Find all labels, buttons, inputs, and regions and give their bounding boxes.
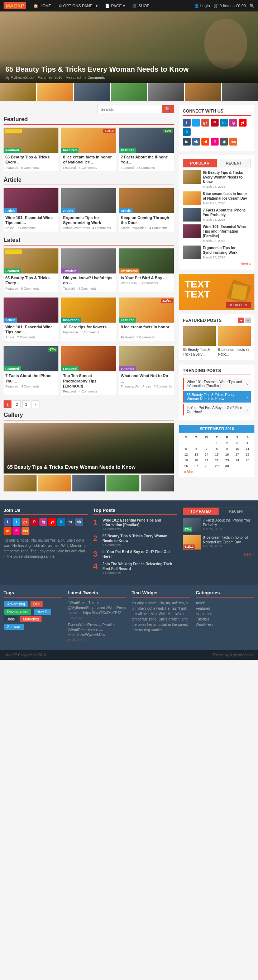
tag-jobs[interactable]: Jobs	[4, 616, 18, 622]
cal-cell[interactable]: 28	[201, 463, 212, 469]
footer-social-li[interactable]: li	[57, 518, 65, 526]
footer-social-tw[interactable]: t	[13, 518, 21, 526]
cal-cell[interactable]: 4	[242, 440, 253, 446]
cal-cell[interactable]: 10	[232, 446, 243, 452]
top-post-item-1[interactable]: 1 Wine 101: Essential Wine Tips and Info…	[93, 518, 177, 531]
fp-item-1[interactable]: 65 Beauty Tips & Tricks Every ...	[183, 326, 216, 356]
strip-thumb-4[interactable]	[111, 83, 148, 101]
article-card-3[interactable]: Article Keep on Coming Through the Door …	[119, 188, 174, 232]
page-btn-3[interactable]: 3	[22, 400, 30, 408]
popular-next[interactable]: Next »	[183, 262, 251, 266]
site-logo[interactable]: MAGXP	[3, 2, 26, 9]
strip-thumb-3[interactable]	[74, 83, 111, 101]
footer-social-pi[interactable]: P	[30, 518, 38, 526]
cal-cell[interactable]: 30	[222, 463, 232, 469]
tag-advertising[interactable]: Advertising	[4, 601, 28, 607]
gallery-thumb-4[interactable]	[107, 475, 139, 492]
cal-cell[interactable]: 22	[212, 457, 222, 463]
cal-cell[interactable]: 20	[191, 457, 202, 463]
social-reddit[interactable]: rd	[201, 138, 209, 146]
tab-recent[interactable]: RECENT	[217, 159, 251, 167]
cal-cell[interactable]: 26	[181, 463, 191, 469]
cal-cell[interactable]: 21	[201, 457, 212, 463]
cat-featured[interactable]: Featured	[196, 606, 255, 611]
latest-card-2-3[interactable]: 8.2/10 Featured 8 ice cream facts in hon…	[119, 298, 174, 341]
page-btn-1[interactable]: 1	[3, 400, 11, 408]
latest-card-3-3[interactable]: Tutorials What and What Not to Do ... Tu…	[119, 346, 174, 395]
search-icon[interactable]: 🔍	[249, 3, 255, 8]
cal-cell[interactable]: 8	[212, 446, 222, 452]
footer-rated-next[interactable]: Next »	[183, 552, 255, 556]
cal-cell[interactable]	[191, 440, 202, 446]
cal-cell[interactable]: 15	[212, 452, 222, 457]
tag-marketing[interactable]: Marketing	[20, 616, 41, 622]
social-vk[interactable]: vk	[192, 138, 200, 146]
cal-cell[interactable]: 6	[191, 446, 202, 452]
tag-dev[interactable]: Dev	[30, 601, 43, 607]
tag-development[interactable]: Development	[4, 609, 31, 615]
strip-thumb-1[interactable]	[0, 83, 37, 101]
fp-item-2[interactable]: 8 ice cream facts in Natio...	[218, 326, 251, 356]
article-card-1[interactable]: Article Wine 101: Essential Wine Tips an…	[3, 188, 58, 232]
social-youtube[interactable]: yt	[239, 119, 247, 127]
cart-icon[interactable]: 🛒 0 Items - £0.00	[213, 3, 246, 8]
cal-cell[interactable]: 11	[242, 446, 253, 452]
cal-cell[interactable]	[201, 440, 212, 446]
nav-home[interactable]: 🏠 HOME	[30, 0, 55, 11]
cal-cell[interactable]: 3	[232, 440, 243, 446]
page-btn-2[interactable]: 2	[13, 400, 21, 408]
featured-card-3[interactable]: 67% Featured 7 Facts About the iPhone Yo…	[119, 127, 174, 171]
footer-social-fl[interactable]: fl	[13, 527, 21, 535]
login-link[interactable]: 👤 Login	[194, 3, 210, 8]
nav-shop[interactable]: 🛒 SHOP	[129, 0, 153, 11]
footer-tab-recent[interactable]: RECENT	[218, 508, 255, 515]
cal-cell[interactable]: 27	[191, 463, 202, 469]
cal-cell[interactable]: 23	[222, 457, 232, 463]
social-instagram[interactable]: ig	[229, 119, 237, 127]
footer-social-tu[interactable]: tu	[66, 518, 74, 526]
social-googleplus[interactable]: g+	[201, 119, 209, 127]
latest-card-3-1[interactable]: 67% Featured 7 Facts About the iPhone Yo…	[3, 346, 58, 395]
social-twitter[interactable]: t	[192, 119, 200, 127]
footer-social-gp[interactable]: g+	[21, 518, 29, 526]
latest-card-1-2[interactable]: Tutorials Did you know? Useful tips on .…	[61, 248, 116, 292]
footer-social-rss[interactable]: rss	[21, 527, 29, 535]
strip-thumb-7[interactable]	[222, 83, 258, 101]
gallery-thumb-2[interactable]	[38, 475, 71, 492]
cal-cell[interactable]: 18	[242, 452, 253, 457]
social-extra1[interactable]: ◉	[220, 138, 228, 146]
social-tumblr[interactable]: tu	[183, 138, 191, 146]
cal-prev[interactable]: « Mar	[184, 470, 193, 474]
cal-cell[interactable]	[181, 440, 191, 446]
nav-options[interactable]: ⚙ OPTIONS PANEL ▾	[55, 0, 101, 11]
footer-social-yt[interactable]: yt	[48, 518, 56, 526]
footer-social-fb[interactable]: f	[3, 518, 11, 526]
cal-cell[interactable]: 7	[201, 446, 212, 452]
tag-software[interactable]: Software	[4, 624, 24, 630]
footer-social-ig[interactable]: ig	[40, 518, 47, 526]
cal-cell[interactable]: 19	[181, 457, 191, 463]
cal-cell[interactable]: 5	[181, 446, 191, 452]
latest-card-2-1[interactable]: Article Wine 101: Essential Wine Tips an…	[3, 298, 58, 341]
top-post-item-3[interactable]: 3 Is Your Pet Bird A Boy or Girl? Find O…	[93, 549, 177, 559]
social-rss[interactable]: rss	[229, 138, 237, 146]
trending-item-1[interactable]: Wine 101: Essential Wine Tips and Inform…	[183, 378, 251, 390]
latest-card-1-3[interactable]: WordPress Is Your Pet Bird A Boy ... Wor…	[119, 248, 174, 292]
cal-cell[interactable]: 9	[222, 446, 232, 452]
gallery-thumb-5[interactable]	[141, 475, 174, 492]
latest-card-3-2[interactable]: Featured Top Ten Sunset Photography Tips…	[61, 346, 116, 395]
strip-thumb-5[interactable]	[148, 83, 185, 101]
cal-cell[interactable]: 1	[212, 440, 222, 446]
featured-card-2[interactable]: 6.2/10 Featured 8 ice cream facts in hon…	[61, 127, 116, 171]
cal-cell[interactable]: 16	[222, 452, 232, 457]
ad-click-button[interactable]: CLICK HERE	[226, 302, 251, 308]
latest-card-1-1[interactable]: ★★★★★ Featured 65 Beauty Tips & Tricks E…	[3, 248, 58, 292]
strip-thumb-2[interactable]	[37, 83, 74, 101]
gallery-thumb-3[interactable]	[72, 475, 105, 492]
cal-cell[interactable]: 12	[181, 452, 191, 457]
latest-card-2-2[interactable]: Inspiration 10 Care tips for flowers ...…	[61, 298, 116, 341]
trending-item-3[interactable]: Is Your Pet Bird A Boy or Girl? Find Out…	[183, 404, 251, 415]
tag-howto[interactable]: How To	[34, 609, 51, 615]
cal-cell[interactable]: 25	[242, 457, 253, 463]
page-btn-next[interactable]: ›	[32, 400, 40, 408]
